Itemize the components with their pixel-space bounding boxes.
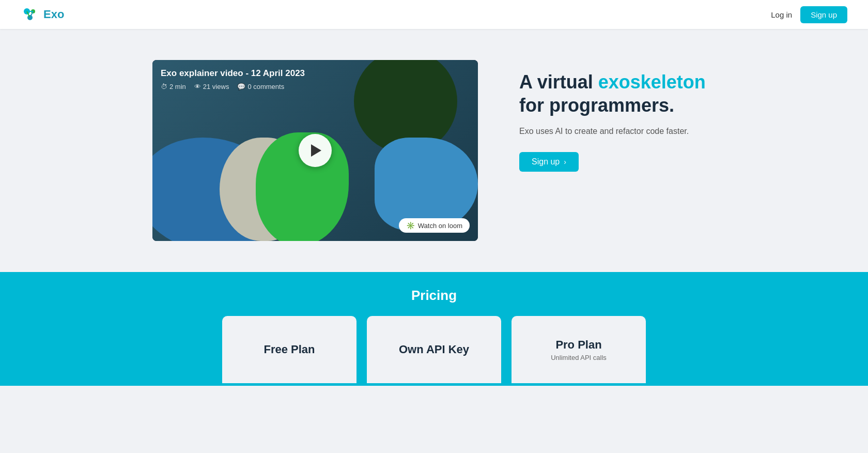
own-api-plan-name: Own API Key xyxy=(399,343,469,356)
comment-icon: 💬 xyxy=(237,83,245,90)
free-plan-name: Free Plan xyxy=(264,343,315,356)
pricing-card-own-api: Own API Key xyxy=(367,316,501,383)
hero-title-prefix: A virtual xyxy=(519,71,598,93)
video-container: Exo explainer video - 12 April 2023 ⏱ 2 … xyxy=(152,60,478,241)
watch-loom-label: Watch on loom xyxy=(418,222,462,230)
duration-text: 2 min xyxy=(169,83,186,90)
login-link[interactable]: Log in xyxy=(771,10,792,19)
comments-text: 0 comments xyxy=(247,83,284,90)
video-overlay: Exo explainer video - 12 April 2023 ⏱ 2 … xyxy=(152,60,478,241)
hero-title-suffix: for programmers. xyxy=(519,95,674,116)
hero-signup-label: Sign up xyxy=(532,157,560,167)
play-button-area xyxy=(299,134,332,167)
clock-icon: ⏱ xyxy=(161,83,167,90)
hero-text-area: A virtual exoskeleton for programmers. E… xyxy=(519,60,716,172)
pro-plan-name: Pro Plan xyxy=(555,338,601,352)
hero-title-highlight: exoskeleton xyxy=(598,71,706,93)
video-info: Exo explainer video - 12 April 2023 ⏱ 2 … xyxy=(161,68,470,90)
hero-subtitle: Exo uses AI to create and refactor code … xyxy=(519,125,716,138)
watch-loom-button[interactable]: ✳️ Watch on loom xyxy=(399,218,470,233)
video-comments: 💬 0 comments xyxy=(237,83,284,90)
nav-signup-button[interactable]: Sign up xyxy=(800,6,847,23)
logo-text: Exo xyxy=(43,8,64,21)
play-triangle-icon xyxy=(311,144,321,157)
pricing-cards: Free Plan Own API Key Pro Plan Unlimited… xyxy=(202,316,667,383)
pricing-section: Pricing Free Plan Own API Key Pro Plan U… xyxy=(0,272,868,386)
video-wrapper[interactable]: Exo explainer video - 12 April 2023 ⏱ 2 … xyxy=(152,60,478,241)
pricing-card-pro: Pro Plan Unlimited API calls xyxy=(512,316,646,383)
eye-icon: 👁 xyxy=(194,83,201,90)
video-views: 👁 21 views xyxy=(194,83,229,90)
loom-icon: ✳️ xyxy=(406,221,415,230)
main-content: Exo explainer video - 12 April 2023 ⏱ 2 … xyxy=(124,29,744,262)
pro-plan-subtitle: Unlimited API calls xyxy=(551,354,607,361)
nav-actions: Log in Sign up xyxy=(771,6,847,23)
pricing-card-free: Free Plan xyxy=(222,316,357,383)
signup-arrow-icon: › xyxy=(564,158,566,166)
navbar: Exo Log in Sign up xyxy=(0,0,868,29)
video-duration: ⏱ 2 min xyxy=(161,83,186,90)
views-text: 21 views xyxy=(203,83,229,90)
logo-icon xyxy=(21,5,39,24)
hero-signup-button[interactable]: Sign up › xyxy=(519,152,579,172)
play-button[interactable] xyxy=(299,134,332,167)
pricing-title: Pricing xyxy=(21,288,847,304)
video-title: Exo explainer video - 12 April 2023 xyxy=(161,68,470,79)
hero-title: A virtual exoskeleton for programmers. xyxy=(519,70,716,117)
logo-area: Exo xyxy=(21,5,64,24)
video-meta: ⏱ 2 min 👁 21 views 💬 0 comments xyxy=(161,83,470,90)
